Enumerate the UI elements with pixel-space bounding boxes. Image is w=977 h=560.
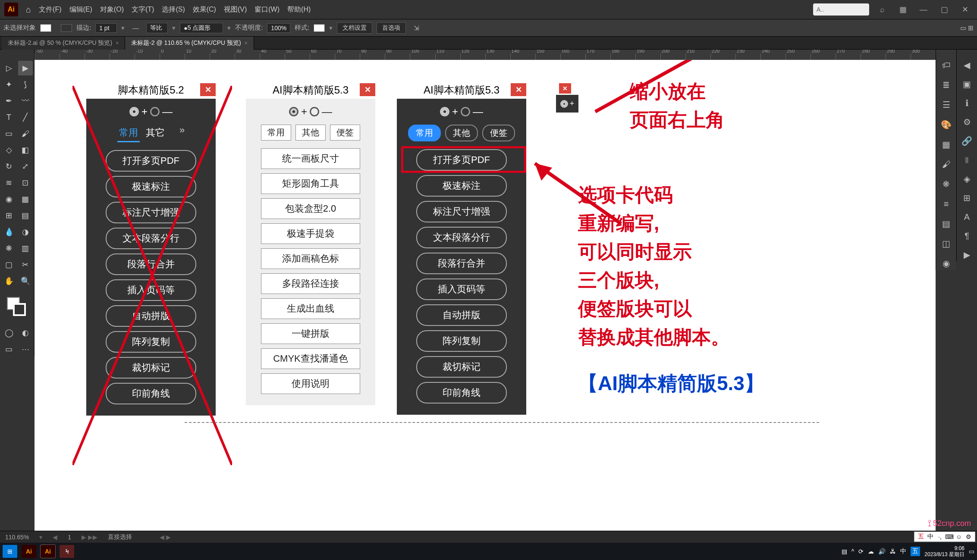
tray-network-icon[interactable]: 🖧	[890, 548, 896, 555]
radio-icon[interactable]	[129, 107, 139, 116]
tray-volume-icon[interactable]: 🔊	[878, 548, 886, 555]
taskbar-ai-icon[interactable]: Ai	[22, 545, 36, 558]
btn-join-paths[interactable]: 多段路径连接	[261, 273, 360, 294]
taskbar-clock[interactable]: 9:06 2023/8/13 星期日	[924, 545, 964, 558]
panel-toggle-icon[interactable]: ▭ ⊞	[960, 24, 974, 32]
preferences-button[interactable]: 首选项	[377, 22, 406, 34]
tray-weather-icon[interactable]: ▤	[842, 548, 847, 555]
paragraph-panel-icon[interactable]: ¶	[960, 229, 974, 243]
btn-array-copy[interactable]: 阵列复制	[106, 331, 196, 353]
rectangle-tool-icon[interactable]: ▭	[2, 126, 16, 141]
menu-object[interactable]: 对象(O)	[100, 5, 124, 14]
btn-auto-impose[interactable]: 自动拼版	[106, 305, 196, 327]
btn-paragraph-merge[interactable]: 段落行合并	[106, 253, 196, 275]
arrange-icon[interactable]: ▦	[895, 3, 911, 16]
btn-text-split[interactable]: 文本段落分行	[106, 228, 196, 249]
tab-other[interactable]: 其它	[144, 125, 166, 142]
home-icon[interactable]: ⌂	[26, 5, 31, 15]
character-panel-icon[interactable]: A	[960, 210, 974, 224]
menu-view[interactable]: 视图(V)	[224, 5, 247, 14]
menu-effect[interactable]: 效果(C)	[193, 5, 216, 14]
tray-ime-icon[interactable]: 中	[900, 547, 906, 555]
line-tool-icon[interactable]: ╱	[18, 110, 33, 125]
transparency-panel-icon[interactable]: ◫	[939, 237, 953, 250]
close-button[interactable]: ✕	[957, 3, 973, 16]
swatches-panel-icon[interactable]: ▦	[939, 138, 953, 151]
notification-icon[interactable]: ▭	[969, 548, 974, 555]
close-button[interactable]: ✕	[200, 83, 216, 96]
btn-insert-pagenum[interactable]: 插入页码等	[416, 278, 507, 300]
maximize-button[interactable]: ▢	[936, 3, 952, 16]
radio-icon[interactable]	[289, 107, 298, 116]
appearance-panel-icon[interactable]: ◉	[939, 257, 953, 270]
actions-panel-icon[interactable]: ⚙	[960, 115, 974, 129]
doc-tab-2[interactable]: 未标题-2 @ 110.65 % (CMYK/CPU 预览) ×	[125, 37, 254, 50]
tray-chevron-icon[interactable]: ^	[851, 548, 854, 555]
menu-edit[interactable]: 编辑(E)	[69, 5, 92, 14]
width-tool-icon[interactable]: ≋	[2, 175, 16, 190]
document-canvas[interactable]: 脚本精简版5.2 ✕ + — 常用 其它 » 打开多页PDF 极速标注 标注尺寸…	[35, 60, 936, 531]
shape-builder-tool-icon[interactable]: ◉	[2, 192, 16, 206]
stroke-color-icon[interactable]	[13, 303, 26, 316]
symbols-panel-icon[interactable]: ❋	[939, 177, 953, 191]
btn-one-click-impose[interactable]: 一键拼版	[261, 323, 360, 344]
btn-paragraph-merge[interactable]: 段落行合并	[416, 253, 507, 274]
tab-notes[interactable]: 便签	[482, 125, 515, 141]
radio-icon[interactable]	[440, 107, 449, 116]
btn-prepress-marks[interactable]: 印前角线	[416, 382, 507, 404]
tab-notes[interactable]: 便签	[330, 125, 360, 141]
tray-sync-icon[interactable]: ⟳	[858, 548, 864, 555]
btn-array-copy[interactable]: 阵列复制	[416, 330, 507, 352]
chevron-right-icon[interactable]: »	[179, 125, 185, 142]
radio-icon[interactable]	[150, 107, 160, 116]
btn-fast-bag[interactable]: 极速手提袋	[261, 223, 360, 244]
keyboard-icon[interactable]: ⌨	[946, 533, 953, 541]
stroke-panel-icon[interactable]: ≡	[939, 197, 953, 211]
btn-cmyk-pantone[interactable]: CMYK查找潘通色	[261, 348, 360, 369]
btn-fast-annotate[interactable]: 极速标注	[416, 175, 507, 197]
zoom-level[interactable]: 110.65%	[5, 534, 29, 541]
pen-tool-icon[interactable]: ✒	[2, 94, 16, 108]
tab-other[interactable]: 其他	[295, 125, 326, 141]
btn-dimension-enhance[interactable]: 标注尺寸增强	[106, 202, 196, 223]
tab-common[interactable]: 常用	[117, 125, 140, 142]
start-button[interactable]: ⊞	[3, 545, 17, 558]
btn-auto-impose[interactable]: 自动拼版	[416, 304, 507, 326]
shaper-tool-icon[interactable]: ◇	[2, 143, 16, 157]
edit-toolbar-icon[interactable]: ⋯	[18, 342, 33, 357]
transform-panel-icon[interactable]: ⊞	[960, 191, 974, 205]
close-icon[interactable]: ×	[245, 40, 248, 46]
stroke-value-field[interactable]: 1 pt	[95, 23, 117, 33]
gradient-panel-icon[interactable]: ▤	[939, 217, 953, 231]
stroke-swatch-icon[interactable]	[61, 24, 72, 32]
draw-behind-icon[interactable]: ◐	[18, 325, 33, 340]
ime-icon[interactable]: 五	[917, 533, 925, 541]
eraser-tool-icon[interactable]: ◧	[18, 143, 33, 157]
btn-fast-annotate[interactable]: 极速标注	[106, 176, 196, 197]
navigator-panel-icon[interactable]: ▣	[960, 77, 974, 91]
btn-package-box[interactable]: 包装盒型2.0	[261, 198, 360, 219]
lasso-tool-icon[interactable]: ⟆	[18, 77, 33, 92]
links-panel-icon[interactable]: 🔗	[960, 134, 974, 148]
radio-icon[interactable]	[560, 100, 568, 108]
scale-tool-icon[interactable]: ⤢	[18, 159, 33, 174]
perspective-tool-icon[interactable]: ▦	[18, 192, 33, 206]
document-setup-button[interactable]: 文档设置	[337, 22, 372, 34]
artboard-nav[interactable]: 1	[68, 534, 71, 541]
uniform-dropdown[interactable]: 等比	[146, 23, 168, 33]
curvature-tool-icon[interactable]: 〰	[18, 94, 33, 108]
brushes-panel-icon[interactable]: 🖌	[939, 157, 953, 171]
script-mini-tag[interactable]: A..	[813, 3, 869, 16]
screen-mode-icon[interactable]: ▭	[2, 342, 16, 357]
properties-panel-icon[interactable]: 🏷	[939, 58, 953, 72]
selection-tool-icon[interactable]: ▷	[2, 61, 16, 75]
brush-tool-icon[interactable]: 🖌	[18, 126, 33, 141]
search-icon[interactable]: ⌕	[874, 3, 890, 16]
ime-punct-icon[interactable]: ·,	[936, 533, 944, 541]
fill-swatch-icon[interactable]	[40, 24, 51, 32]
tab-common[interactable]: 常用	[261, 125, 291, 141]
opacity-field[interactable]: 100%	[267, 23, 290, 33]
btn-dimension-enhance[interactable]: 标注尺寸增强	[416, 201, 507, 222]
menu-window[interactable]: 窗口(W)	[254, 5, 280, 14]
settings-icon[interactable]: ⚙	[964, 533, 972, 541]
